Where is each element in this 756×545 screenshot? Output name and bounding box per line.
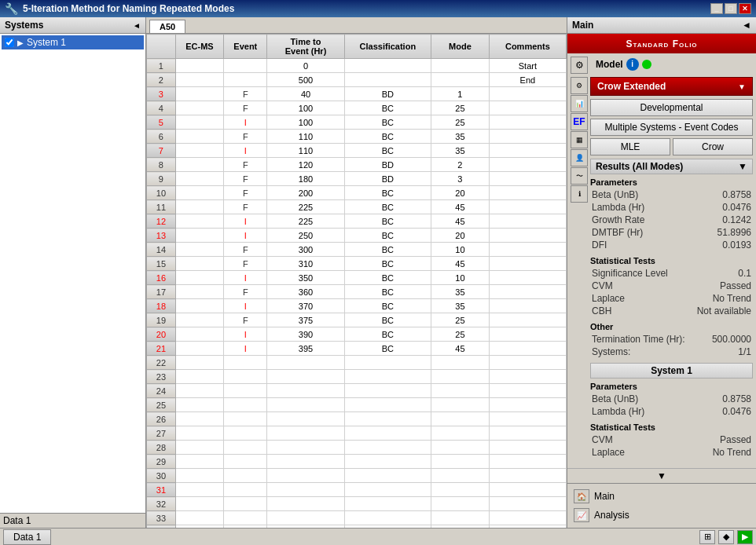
bottom-icon-diamond[interactable]: ◆: [718, 530, 734, 544]
table-cell-time[interactable]: [267, 370, 344, 384]
table-cell-event[interactable]: [224, 441, 267, 455]
table-cell-time[interactable]: 225: [267, 214, 344, 229]
system-1-checkbox[interactable]: [5, 38, 14, 47]
table-cell-time[interactable]: 350: [267, 271, 344, 285]
table-cell-ecms[interactable]: [175, 285, 223, 299]
table-cell-class[interactable]: BD: [344, 158, 431, 172]
table-cell-comments[interactable]: [489, 243, 566, 257]
table-cell-ecms[interactable]: [175, 327, 223, 342]
data-tab-label[interactable]: Data 1: [3, 515, 31, 526]
table-cell-class[interactable]: [344, 384, 431, 398]
table-cell-event[interactable]: [224, 497, 267, 511]
table-cell-event[interactable]: [224, 525, 267, 529]
table-cell-mode[interactable]: [431, 412, 490, 426]
crow-extended-button[interactable]: Crow Extended ▼: [590, 77, 753, 96]
table-cell-ecms[interactable]: [175, 59, 223, 73]
table-cell-comments[interactable]: [489, 342, 566, 356]
table-cell-time[interactable]: 180: [267, 172, 344, 186]
data-1-tab[interactable]: Data 1: [3, 529, 51, 545]
table-cell-ecms[interactable]: [175, 497, 223, 511]
table-cell-time[interactable]: 370: [267, 299, 344, 313]
table-cell-ecms[interactable]: [175, 257, 223, 271]
table-cell-time[interactable]: [267, 497, 344, 511]
table-cell-event[interactable]: F: [224, 243, 267, 257]
table-cell-time[interactable]: [267, 398, 344, 412]
table-cell-mode[interactable]: [431, 441, 490, 455]
table-cell-event[interactable]: I: [224, 229, 267, 243]
system-1-item[interactable]: ▶ System 1: [2, 35, 144, 49]
table-cell-ecms[interactable]: [175, 229, 223, 243]
table-cell-comments[interactable]: [489, 497, 566, 511]
table-cell-mode[interactable]: 35: [431, 130, 490, 144]
table-cell-event[interactable]: F: [224, 87, 267, 101]
table-cell-ecms[interactable]: [175, 271, 223, 285]
table-cell-ecms[interactable]: [175, 158, 223, 172]
table-cell-class[interactable]: [344, 511, 431, 525]
table-cell-time[interactable]: 110: [267, 144, 344, 158]
table-cell-comments[interactable]: End: [489, 73, 566, 87]
table-cell-comments[interactable]: [489, 87, 566, 101]
table-cell-time[interactable]: [267, 469, 344, 483]
table-cell-class[interactable]: BC: [344, 285, 431, 299]
table-cell-event[interactable]: [224, 384, 267, 398]
table-cell-ecms[interactable]: [175, 441, 223, 455]
table-cell-event[interactable]: I: [224, 115, 267, 130]
table-cell-class[interactable]: BC: [344, 271, 431, 285]
table-cell-ecms[interactable]: [175, 243, 223, 257]
table-cell-ecms[interactable]: [175, 525, 223, 529]
table-cell-comments[interactable]: [489, 271, 566, 285]
table-cell-ecms[interactable]: [175, 342, 223, 356]
table-cell-event[interactable]: I: [224, 144, 267, 158]
table-cell-comments[interactable]: [489, 511, 566, 525]
table-cell-mode[interactable]: [431, 384, 490, 398]
table-cell-comments[interactable]: [489, 426, 566, 441]
table-cell-mode[interactable]: 35: [431, 285, 490, 299]
nav-item-main[interactable]: 🏠 Main: [571, 487, 753, 506]
table-cell-time[interactable]: [267, 356, 344, 370]
table-cell-time[interactable]: 360: [267, 285, 344, 299]
table-cell-class[interactable]: [344, 412, 431, 426]
nav-item-analysis[interactable]: 📈 Analysis: [571, 506, 753, 525]
table-cell-mode[interactable]: 25: [431, 327, 490, 342]
table-cell-class[interactable]: BD: [344, 172, 431, 186]
table-cell-mode[interactable]: 25: [431, 101, 490, 115]
table-cell-class[interactable]: BD: [344, 87, 431, 101]
table-cell-time[interactable]: 250: [267, 229, 344, 243]
table-cell-event[interactable]: F: [224, 313, 267, 327]
table-cell-mode[interactable]: 10: [431, 243, 490, 257]
results-dropdown-icon[interactable]: ▼: [738, 161, 747, 172]
table-cell-time[interactable]: 225: [267, 200, 344, 214]
table-cell-class[interactable]: [344, 455, 431, 469]
table-cell-comments[interactable]: [489, 441, 566, 455]
sidebar-icon-wave[interactable]: 〜: [571, 167, 588, 185]
table-cell-class[interactable]: BC: [344, 313, 431, 327]
developmental-button[interactable]: Developmental: [590, 99, 753, 116]
table-cell-mode[interactable]: [431, 455, 490, 469]
table-cell-event[interactable]: [224, 370, 267, 384]
window-controls[interactable]: _ □ ✕: [710, 3, 751, 14]
table-cell-event[interactable]: I: [224, 327, 267, 342]
table-cell-ecms[interactable]: [175, 186, 223, 200]
table-cell-mode[interactable]: 45: [431, 342, 490, 356]
table-cell-event[interactable]: F: [224, 101, 267, 115]
table-cell-event[interactable]: [224, 73, 267, 87]
table-cell-mode[interactable]: [431, 525, 490, 529]
table-cell-comments[interactable]: [489, 398, 566, 412]
table-cell-event[interactable]: [224, 398, 267, 412]
table-cell-class[interactable]: [344, 356, 431, 370]
table-cell-event[interactable]: [224, 59, 267, 73]
table-cell-mode[interactable]: 45: [431, 214, 490, 229]
table-cell-event[interactable]: I: [224, 299, 267, 313]
table-cell-event[interactable]: [224, 412, 267, 426]
table-cell-comments[interactable]: [489, 469, 566, 483]
table-cell-comments[interactable]: [489, 327, 566, 342]
table-cell-event[interactable]: F: [224, 158, 267, 172]
sidebar-icon-ef[interactable]: EF: [571, 113, 588, 130]
table-cell-comments[interactable]: [489, 144, 566, 158]
table-cell-mode[interactable]: 35: [431, 299, 490, 313]
table-cell-ecms[interactable]: [175, 172, 223, 186]
table-cell-ecms[interactable]: [175, 469, 223, 483]
grid-scroll[interactable]: EC-MS Event Time toEvent (Hr) Classifica…: [146, 34, 567, 528]
right-header-arrow[interactable]: ◄: [742, 20, 751, 31]
table-cell-mode[interactable]: [431, 398, 490, 412]
